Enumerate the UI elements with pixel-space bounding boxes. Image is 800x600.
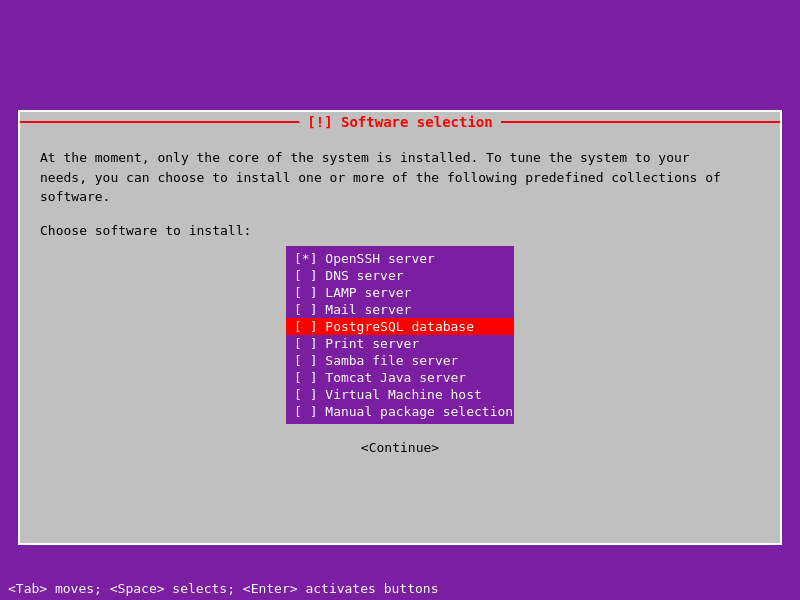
description-line1: At the moment, only the core of the syst… — [40, 150, 690, 165]
list-item-tomcat[interactable]: [ ] Tomcat Java server — [286, 369, 514, 386]
list-item-mail[interactable]: [ ] Mail server — [286, 301, 514, 318]
list-item-virt[interactable]: [ ] Virtual Machine host — [286, 386, 514, 403]
screen: [!] Software selection At the moment, on… — [0, 0, 800, 600]
status-text: <Tab> moves; <Space> selects; <Enter> ac… — [8, 581, 438, 596]
list-item-dns[interactable]: [ ] DNS server — [286, 267, 514, 284]
software-list: [*] OpenSSH server[ ] DNS server[ ] LAMP… — [286, 246, 514, 424]
list-item-manual[interactable]: [ ] Manual package selection — [286, 403, 514, 420]
title-bar: [!] Software selection — [20, 112, 780, 132]
list-item-openssh[interactable]: [*] OpenSSH server — [286, 250, 514, 267]
dialog: [!] Software selection At the moment, on… — [18, 110, 782, 545]
choose-label: Choose software to install: — [40, 223, 760, 238]
list-item-samba[interactable]: [ ] Samba file server — [286, 352, 514, 369]
continue-button[interactable]: <Continue> — [361, 440, 439, 455]
list-item-lamp[interactable]: [ ] LAMP server — [286, 284, 514, 301]
title-line-left — [20, 121, 299, 123]
title-line-right — [501, 121, 780, 123]
dialog-title: [!] Software selection — [299, 114, 500, 130]
description: At the moment, only the core of the syst… — [40, 148, 760, 207]
dialog-content: At the moment, only the core of the syst… — [20, 132, 780, 471]
list-item-postgresql[interactable]: [ ] PostgreSQL database — [286, 318, 514, 335]
description-line2: needs, you can choose to install one or … — [40, 170, 721, 185]
list-item-print[interactable]: [ ] Print server — [286, 335, 514, 352]
description-line3: software. — [40, 189, 110, 204]
status-bar: <Tab> moves; <Space> selects; <Enter> ac… — [0, 576, 800, 600]
